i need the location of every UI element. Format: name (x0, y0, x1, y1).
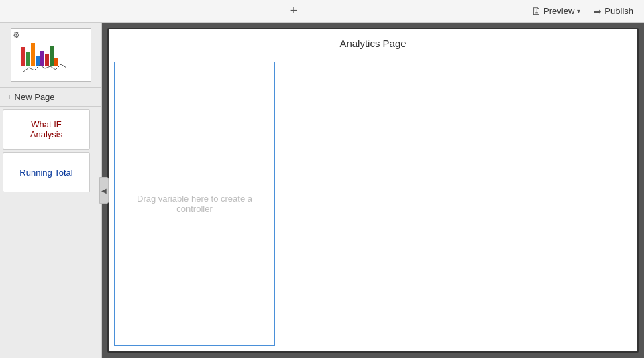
preview-button[interactable]: 🖻 Preview ▾ (527, 3, 584, 19)
new-page-label: New Page (15, 92, 55, 102)
controller-drop-zone[interactable]: Drag variable here to create a controlle… (114, 62, 275, 346)
gear-icon: ⚙ (13, 30, 20, 40)
publish-label: Publish (604, 6, 633, 16)
new-page-plus-icon: + (7, 92, 12, 102)
page-body: Drag variable here to create a controlle… (109, 56, 637, 351)
preview-chevron: ▾ (577, 7, 580, 15)
page-item-running-total[interactable]: Running Total (3, 152, 90, 192)
thumbnail-wrapper[interactable]: ⚙ (11, 28, 91, 82)
preview-label: Preview (543, 6, 574, 16)
collapse-icon: ◀ (101, 187, 107, 194)
drop-hint: Drag variable here to create a controlle… (115, 187, 274, 221)
toolbar: + 🖻 Preview ▾ ➦ Publish (0, 0, 644, 23)
page-title: Analytics Page (339, 38, 406, 49)
page-title-bar: Analytics Page (109, 29, 637, 56)
pages-list: What IFAnalysis Running Total (0, 107, 101, 358)
line-chart-svg (23, 62, 86, 74)
publish-icon: ➦ (594, 6, 602, 17)
content-area: Analytics Page Drag variable here to cre… (102, 23, 644, 358)
sidebar-collapse-button[interactable]: ◀ (99, 177, 109, 204)
page-item-label: What IFAnalysis (30, 119, 62, 139)
publish-button[interactable]: ➦ Publish (590, 3, 637, 19)
main-area: ⚙ (0, 23, 644, 358)
mini-bar-group (21, 39, 87, 66)
toolbar-right: 🖻 Preview ▾ ➦ Publish (527, 3, 637, 19)
page-thumbnail-area: ⚙ (0, 23, 101, 88)
sidebar: ⚙ (0, 23, 102, 358)
page-item-label: Running Total (19, 168, 72, 178)
page-canvas: Analytics Page Drag variable here to cre… (107, 28, 639, 353)
page-item-what-if[interactable]: What IFAnalysis (3, 109, 90, 150)
mini-line-chart (23, 62, 86, 74)
add-page-icon[interactable]: + (290, 4, 298, 18)
mini-chart (21, 36, 87, 78)
new-page-button[interactable]: + New Page (0, 88, 101, 107)
toolbar-center: + (290, 4, 298, 18)
page-content-rest (280, 56, 637, 351)
preview-icon: 🖻 (531, 6, 541, 17)
